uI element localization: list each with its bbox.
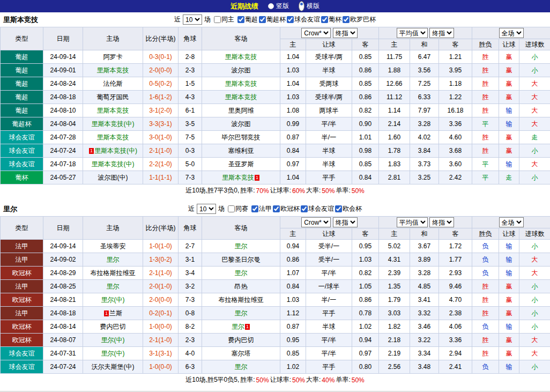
scope-select[interactable]: 全场 [499,217,524,227]
team-name[interactable]: 毕尔巴鄂竞技 [222,134,261,141]
scope-select[interactable]: 全场 [499,28,524,38]
match-score[interactable]: 1-3(0-2) [143,253,179,267]
team-name[interactable]: 塞维利亚 [228,147,254,154]
team-name[interactable]: 里斯本竞技 [97,66,129,74]
team-name[interactable]: 费内巴切 [100,323,126,330]
team-name[interactable]: 里尔 [235,269,248,277]
match-score[interactable]: 1-1(1-1) [143,171,179,184]
league-filter-checkbox[interactable] [343,16,350,23]
team-name[interactable]: 里尔(中) [101,336,125,344]
team-name[interactable]: 布拉格斯拉维亚 [91,269,136,277]
match-score[interactable]: 2-0(0-0) [143,293,179,307]
team-name[interactable]: 里尔(中) [101,296,125,304]
league-filter[interactable]: 欧冠杯 [273,204,300,213]
team-name[interactable]: 里尔 [235,242,248,250]
team-name[interactable]: 沃尔夫斯堡(中) [92,363,135,371]
match-score[interactable]: 3-3(3-1) [143,117,179,131]
team-name[interactable]: 里尔 [107,256,120,263]
bookmaker-select[interactable]: Crow* [301,28,331,38]
match-score[interactable]: 3-1(3-1) [143,347,179,360]
team-name[interactable]: 里尔 [232,323,244,330]
avg-select[interactable]: 平均值 [397,217,428,227]
match-score[interactable]: 1-0(0-0) [143,320,179,334]
league-filter[interactable]: 葡超杯 [259,15,286,24]
team-name[interactable]: 葡萄牙国民 [97,93,129,101]
team-name[interactable]: 里斯本竞技 [222,174,254,181]
match-score[interactable]: 0-2(0-1) [143,307,179,320]
match-score[interactable]: 2-0(1-0) [143,280,179,293]
team-name[interactable]: 里尔 [235,309,248,317]
match-score[interactable]: 0-3(0-1) [143,50,179,64]
match-score[interactable]: 2-1(1-0) [143,267,179,280]
euro-stage-select[interactable]: 终指 [429,217,454,227]
match-score[interactable]: 2-1(1-0) [143,334,179,347]
ah-stage-select[interactable]: 终指 [333,28,358,38]
ah-stage-select[interactable]: 终指 [333,217,358,227]
team-name[interactable]: 兰斯 [109,309,122,317]
recent-count-select[interactable]: 10 [197,204,216,214]
team-name[interactable]: 里斯本竞技 [225,80,257,87]
match-score[interactable]: 1-0(1-0) [143,240,179,253]
league-filter-checkbox[interactable] [259,16,266,23]
team-name[interactable]: 法伦斯 [103,80,123,87]
team-name[interactable]: 费内巴切 [228,336,254,344]
match-score[interactable]: 2-0(0-0) [143,64,179,77]
team-name[interactable]: 昂热 [235,283,248,290]
league-filter-label: 球会友谊 [308,204,334,213]
team-name[interactable]: 波尔图 [232,120,251,128]
ah-home-odds: 0.94 [280,240,306,253]
league-filter-checkbox[interactable] [335,205,342,212]
team-name[interactable]: 里尔 [235,363,248,371]
match-score[interactable]: 1-0(0-0) [143,360,179,374]
league-filter-checkbox[interactable] [251,205,258,212]
team-name[interactable]: 里斯本竞技 [97,107,129,114]
match-score[interactable]: 3-1(2-0) [143,104,179,117]
team-name[interactable]: 里斯本竞技 [225,53,257,61]
league-filter[interactable]: 葡超 [237,15,258,24]
match-score[interactable]: 2-1(1-0) [143,144,179,158]
league-filter-checkbox[interactable] [237,16,244,23]
team-name[interactable]: 巴黎圣日尔曼 [222,256,261,263]
match-score[interactable]: 0-5(0-2) [143,77,179,91]
same-filter-checkbox[interactable] [228,205,235,212]
euro-stage-select[interactable]: 终指 [429,28,454,38]
team-name[interactable]: 里斯本竞技(中) [94,147,137,154]
same-filter[interactable]: 同赛 [228,204,248,213]
team-name[interactable]: 塞尔塔 [232,350,251,357]
bookmaker-select[interactable]: Crow* [301,217,331,227]
team-name[interactable]: 圣亚罗斯 [228,160,254,168]
match-score[interactable]: 3-0(1-0) [143,131,179,144]
league-filter[interactable]: 欧会杯 [335,204,362,213]
league-filter[interactable]: 欧罗巴杯 [343,15,376,24]
avg-select[interactable]: 平均值 [397,28,428,38]
team-name[interactable]: 布拉格斯拉维亚 [219,296,264,304]
team-name[interactable]: 里斯本竞技 [97,134,129,141]
match-result: 胜 [472,64,499,77]
same-filter-checkbox[interactable] [214,16,221,23]
league-filter[interactable]: 球会友谊 [301,204,334,213]
league-filter-checkbox[interactable] [301,205,308,212]
same-filter[interactable]: 同主 [214,15,234,24]
team-name[interactable]: 里斯本竞技(中) [92,160,135,168]
league-filter-checkbox[interactable] [273,205,280,212]
team-name[interactable]: 波尔图 [232,66,251,74]
team-name[interactable]: 阿罗卡 [103,53,123,61]
team-name[interactable]: 里斯本竞技(中) [92,120,135,128]
team-name[interactable]: 波尔图(中) [98,174,128,181]
layout-radio-horizontal[interactable]: 横版 [299,1,319,11]
team-name[interactable]: 里尔 [107,283,120,290]
layout-radio-vertical[interactable]: 竖版 [268,2,289,11]
team-name[interactable]: 里斯本竞技 [225,93,257,101]
league-filter-checkbox[interactable] [321,16,328,23]
league-filter[interactable]: 球会友谊 [287,15,320,24]
team-name[interactable]: 圣埃蒂安 [100,242,126,250]
match-score[interactable]: 2-2(1-0) [143,158,179,171]
recent-count-select[interactable]: 10 [183,14,202,25]
league-filter-checkbox[interactable] [287,16,294,23]
league-filter[interactable]: 葡杯 [321,15,341,24]
match-score[interactable]: 1-6(1-2) [143,91,179,104]
league-filter[interactable]: 法甲 [251,204,272,213]
team-name[interactable]: 里尔(中) [101,350,125,357]
team-cell: 里斯本竞技1 [222,174,260,181]
team-name[interactable]: 里奥阿维 [228,107,254,114]
